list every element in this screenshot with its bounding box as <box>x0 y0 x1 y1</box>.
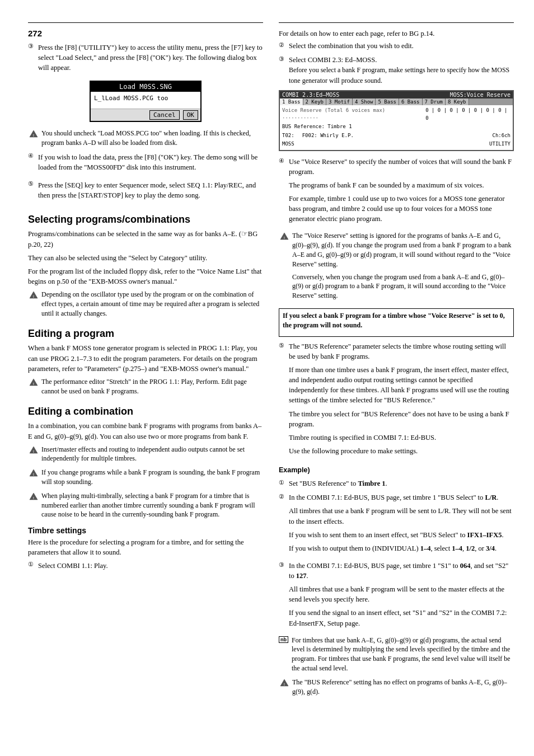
screen-body: Voice Reserve (Total 6 voices max) ·····… <box>280 105 513 150</box>
screen-row-3-right: Ch:6ch <box>492 132 510 140</box>
bold-note-box: If you select a bank F program for a tim… <box>279 308 514 337</box>
screen-row-3-value: F002: Whirly E.P. <box>302 132 487 140</box>
note-2-text: Depending on the oscillator type used by… <box>41 290 263 318</box>
top-rule-right <box>279 22 514 23</box>
step-5-num: ⑤ <box>28 180 36 204</box>
screen-title-right: MOSS:Voice Reserve <box>450 92 510 98</box>
screen-tabs: 1 Bass 2 Keyb 3 Motif 4 Show 5 Bass 6 Ba… <box>280 98 513 105</box>
svg-text:!: ! <box>284 236 285 240</box>
right-step-4-text: Use "Voice Reserve" to specify the numbe… <box>289 157 514 177</box>
svg-text:!: ! <box>33 449 34 453</box>
note-3-text: The performance editor "Stretch" in the … <box>41 377 263 396</box>
page-number: 272 <box>28 29 263 38</box>
screen-title-bar: COMBI 2.3:Ed–MOSS MOSS:Voice Reserve <box>280 91 513 98</box>
dialog-body: L_lLoad MOSS.PCG too <box>91 92 200 109</box>
step-5-block: ⑤ Press the [SEQ] key to enter Sequencer… <box>28 180 263 204</box>
svg-text:!: ! <box>284 682 285 686</box>
step-4-block: ④ If you wish to load the data, press th… <box>28 152 263 176</box>
bold-note-text: If you select a bank F program for a tim… <box>283 312 505 329</box>
right-step-3-text: Select COMBI 2.3: Ed–MOSS. <box>289 56 377 64</box>
right-step-4-num: ④ <box>279 157 287 228</box>
screen-tab-7[interactable]: 7 Drum <box>423 98 446 105</box>
ok-button[interactable]: OK <box>183 110 198 120</box>
right-step-3: ③ Select COMBI 2.3: Ed–MOSS. Before you … <box>279 55 514 86</box>
dialog-title: Load M0SS.SNG <box>91 82 200 92</box>
right-step-2: ② Select the combination that you wish t… <box>279 41 514 51</box>
timbre-step1-num: ① <box>28 561 36 574</box>
step-4-text: If you wish to load the data, press the … <box>38 152 263 176</box>
screen-tab-2[interactable]: 2 Keyb <box>303 98 327 105</box>
screen-row-2: BUS Reference: Timbre 1 <box>282 123 510 132</box>
dialog-footer: Cancel OK <box>91 109 200 121</box>
example-step-2-content: In the COMBI 7.1: Ed-BUS, BUS page, set … <box>289 492 514 557</box>
step-5-text: Press the [SEQ] key to enter Sequencer m… <box>38 180 263 204</box>
section-edit-prog-para1: When a bank F MOSS tone generator progra… <box>28 343 263 373</box>
screen-tab-6[interactable]: 6 Bass <box>399 98 423 105</box>
example-step-2: ② In the COMBI 7.1: Ed-BUS, BUS page, se… <box>279 492 514 557</box>
screen-tab-3[interactable]: 3 Motif <box>326 98 353 105</box>
section-select-para1: Programs/combinations can be selected in… <box>28 229 263 249</box>
example-step-3: ③ In the COMBI 7.1: Ed-BUS, BUS page, se… <box>279 561 514 632</box>
example-step-3-content: In the COMBI 7.1: Ed-BUS, BUS page, set … <box>289 561 514 632</box>
screen-tab-4[interactable]: 4 Show <box>353 98 376 105</box>
svg-text:!: ! <box>33 472 34 477</box>
warning-icon-4: ! <box>29 445 38 454</box>
screen-voice-reserve-label: Voice Reserve (Total 6 voices max) ·····… <box>282 107 420 122</box>
cancel-button[interactable]: Cancel <box>149 110 180 120</box>
top-rule <box>28 22 263 23</box>
right-step-2-num: ② <box>279 41 287 51</box>
screen-row-3: T02: F002: Whirly E.P. Ch:6ch <box>282 132 510 140</box>
section-select-para2: They can also be selected using the "Sel… <box>28 253 263 263</box>
screen-row-3-label: T02: <box>282 132 294 140</box>
right-step-4-sub1: The programs of bank F can be sounded by… <box>289 180 514 190</box>
screen-tab-1[interactable]: 1 Bass <box>280 98 303 105</box>
example-step-1: ① Set "BUS Reference" to Timbre 1. <box>279 478 514 489</box>
note-5-text: If you change programs while a bank F pr… <box>41 468 263 487</box>
example-step-2-num: ② <box>279 492 287 557</box>
warning-icon-3: ! <box>29 378 38 387</box>
note-nb-block: nb For timbres that use bank A–E, G, g(0… <box>279 636 514 673</box>
right-step-4-sub2: For example, timbre 1 could use up to tw… <box>289 194 514 224</box>
screen-tab-8[interactable]: 8 Keyb <box>446 98 469 105</box>
timbre-step1-block: ① Select COMBI 1.1: Play. <box>28 561 263 574</box>
example-step-1-num: ① <box>279 478 287 489</box>
screen-row-4: MOSS UTILITY <box>282 140 510 149</box>
step-3-num: ③ <box>28 43 36 76</box>
right-step-3-content: Select COMBI 2.3: Ed–MOSS. Before you se… <box>289 55 514 86</box>
right-step-5-sub1: If more than one timbre uses a bank F pr… <box>289 365 514 406</box>
note-2-block: ! Depending on the oscillator type used … <box>29 290 263 318</box>
warning-icon-busref: ! <box>280 678 289 687</box>
warning-icon-5: ! <box>29 468 38 477</box>
section-edit-combi-heading: Editing a combination <box>28 406 263 417</box>
note-1-text: You should uncheck "Load MOSS.PCG too" w… <box>41 129 263 148</box>
timbre-step1-text: Select COMBI 1.1: Play. <box>38 561 263 574</box>
screen-row-4-label: MOSS <box>282 140 484 148</box>
note-4-text: Insert/master effects and routing to ind… <box>41 445 263 464</box>
example-label: Example) <box>279 465 514 475</box>
screen-tab-5[interactable]: 5 Bass <box>376 98 399 105</box>
right-step-5-content: The "BUS Reference" parameter selects th… <box>289 341 514 459</box>
section-select-para3: For the program list of the included flo… <box>28 266 263 287</box>
note-voice-reserve-text: The "Voice Reserve" setting is ignored f… <box>292 231 514 304</box>
right-step-5-sub4: Use the following procedure to make sett… <box>289 446 514 456</box>
screen-mockup: COMBI 2.3:Ed–MOSS MOSS:Voice Reserve 1 B… <box>279 90 514 151</box>
screen-title-left: COMBI 2.3:Ed–MOSS <box>282 92 339 98</box>
note-nb-text: For timbres that use bank A–E, G, g(0)–g… <box>292 636 514 673</box>
note-voice-reserve-block: ! The "Voice Reserve" setting is ignored… <box>280 231 514 304</box>
right-step-5: ⑤ The "BUS Reference" parameter selects … <box>279 341 514 459</box>
note-bus-ref-block: ! The "BUS Reference" setting has no eff… <box>280 678 514 697</box>
note-4-block: ! Insert/master effects and routing to i… <box>29 445 263 464</box>
right-step-5-sub3: Timbre routing is specified in COMBI 7.1… <box>289 433 514 443</box>
svg-text:!: ! <box>33 294 34 299</box>
screen-voice-reserve-values: 0 | 0 | 0 | 0 | 0 | 0 | 0 | 0 <box>425 107 510 122</box>
screen-row-2-label: BUS Reference: Timbre 1 <box>282 123 352 131</box>
right-step-5-text: The "BUS Reference" parameter selects th… <box>289 341 514 361</box>
right-step-3-note: Before you select a bank F program, make… <box>289 66 509 84</box>
step-3-block: ③ Press the [F8] ("UTILITY") key to acce… <box>28 43 263 76</box>
right-step-4: ④ Use "Voice Reserve" to specify the num… <box>279 157 514 228</box>
section-select-heading: Selecting programs/combinations <box>28 214 263 226</box>
step-3-text: Press the [F8] ("UTILITY") key to access… <box>38 43 263 76</box>
svg-text:!: ! <box>33 133 34 138</box>
right-step-5-sub2: The timbre you select for "BUS Reference… <box>289 409 514 429</box>
note-bus-ref-text: The "BUS Reference" setting has no effec… <box>292 678 514 697</box>
